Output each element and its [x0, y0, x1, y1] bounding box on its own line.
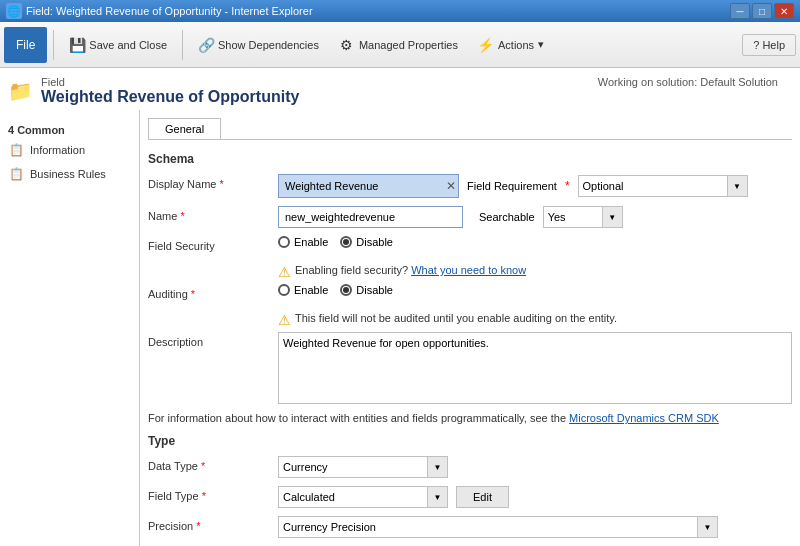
auditing-disable-radio[interactable]: Disable — [340, 284, 393, 296]
display-name-row: Display Name * ✕ Field Requirement * Opt… — [148, 174, 792, 198]
audit-warning-icon: ⚠ — [278, 312, 291, 328]
display-name-clear-btn[interactable]: ✕ — [444, 179, 458, 193]
data-type-dropdown-btn[interactable]: ▼ — [428, 456, 448, 478]
sidebar-item-business-rules[interactable]: 📋 Business Rules — [0, 162, 139, 186]
business-rules-icon: 📋 — [8, 166, 24, 182]
field-type-label: Field Type * — [148, 486, 278, 502]
title-bar: 🌐 Field: Weighted Revenue of Opportunity… — [0, 0, 800, 22]
description-textarea[interactable]: Weighted Revenue for open opportunities. — [278, 332, 792, 404]
audit-warning-text: This field will not be audited until you… — [295, 312, 617, 324]
maximize-btn[interactable]: □ — [752, 3, 772, 19]
edit-button[interactable]: Edit — [456, 486, 509, 508]
field-security-enable-radio[interactable]: Enable — [278, 236, 328, 248]
content-area: General Schema Display Name * ✕ Field Re… — [140, 110, 800, 546]
toolbar: File 💾 Save and Close 🔗 Show Dependencie… — [0, 22, 800, 68]
name-label: Name * — [148, 206, 278, 222]
display-name-input[interactable] — [279, 175, 444, 197]
field-icon: 📁 — [8, 79, 33, 103]
file-button[interactable]: File — [4, 27, 47, 63]
help-button[interactable]: ? Help — [742, 34, 796, 56]
field-type-row: Field Type * Calculated ▼ Edit — [148, 486, 792, 508]
properties-icon: ⚙ — [339, 37, 355, 53]
save-close-button[interactable]: 💾 Save and Close — [60, 28, 176, 62]
sidebar-item-label-business-rules: Business Rules — [30, 168, 106, 180]
data-type-row: Data Type * Currency ▼ — [148, 456, 792, 478]
field-requirement-label: Field Requirement — [467, 180, 557, 192]
name-row: Name * Searchable Yes ▼ — [148, 206, 792, 228]
data-type-select[interactable]: Currency — [278, 456, 428, 478]
close-btn[interactable]: ✕ — [774, 3, 794, 19]
entity-type-label: Field — [41, 76, 299, 88]
working-on-label: Working on solution: Default Solution — [598, 76, 788, 88]
auditing-radio-group: Enable Disable — [278, 284, 393, 296]
sidebar-item-label-information: Information — [30, 144, 85, 156]
sidebar: 4 Common 📋 Information 📋 Business Rules — [0, 110, 140, 546]
searchable-label: Searchable — [479, 211, 535, 223]
precision-dropdown-btn[interactable]: ▼ — [698, 516, 718, 538]
sidebar-item-information[interactable]: 📋 Information — [0, 138, 139, 162]
searchable-dropdown-btn[interactable]: ▼ — [603, 206, 623, 228]
actions-icon: ⚡ — [478, 37, 494, 53]
sdk-link[interactable]: Microsoft Dynamics CRM SDK — [569, 412, 719, 424]
field-requirement-dropdown-btn[interactable]: ▼ — [728, 175, 748, 197]
save-icon: 💾 — [69, 37, 85, 53]
field-requirement-select[interactable]: Optional — [578, 175, 728, 197]
description-label: Description — [148, 332, 278, 348]
name-input[interactable] — [278, 206, 463, 228]
audit-warning: ⚠ This field will not be audited until y… — [278, 308, 792, 332]
page-header: 📁 Field Weighted Revenue of Opportunity … — [0, 68, 800, 110]
actions-button[interactable]: ⚡ Actions ▾ — [469, 28, 553, 62]
schema-section-label: Schema — [148, 152, 792, 166]
warning-link[interactable]: What you need to know — [411, 264, 526, 276]
minimize-btn[interactable]: ─ — [730, 3, 750, 19]
data-type-label: Data Type * — [148, 456, 278, 472]
auditing-row: Auditing * Enable Disable — [148, 284, 792, 300]
field-security-label: Field Security — [148, 236, 278, 252]
precision-row: Precision * Currency Precision ▼ — [148, 516, 792, 538]
entity-name-label: Weighted Revenue of Opportunity — [41, 88, 299, 106]
description-row: Description Weighted Revenue for open op… — [148, 332, 792, 404]
window-title: Field: Weighted Revenue of Opportunity -… — [26, 5, 313, 17]
main-area: 4 Common 📋 Information 📋 Business Rules … — [0, 110, 800, 546]
field-type-dropdown-btn[interactable]: ▼ — [428, 486, 448, 508]
precision-label: Precision * — [148, 516, 278, 532]
field-security-row: Field Security Enable Disable — [148, 236, 792, 252]
show-dependencies-button[interactable]: 🔗 Show Dependencies — [189, 28, 328, 62]
field-security-radio-group: Enable Disable — [278, 236, 393, 248]
field-security-warning: ⚠ Enabling field security? What you need… — [278, 260, 792, 284]
searchable-select[interactable]: Yes — [543, 206, 603, 228]
separator-1 — [53, 30, 54, 60]
dependencies-icon: 🔗 — [198, 37, 214, 53]
ie-icon: 🌐 — [6, 3, 22, 19]
precision-select[interactable]: Currency Precision — [278, 516, 698, 538]
tab-bar: General — [148, 118, 792, 140]
sidebar-section-title: 4 Common — [0, 118, 139, 138]
field-type-select[interactable]: Calculated — [278, 486, 428, 508]
type-section-label: Type — [148, 434, 792, 448]
auditing-label: Auditing * — [148, 284, 278, 300]
auditing-enable-radio[interactable]: Enable — [278, 284, 328, 296]
display-name-label: Display Name * — [148, 174, 278, 190]
separator-2 — [182, 30, 183, 60]
warning-icon: ⚠ — [278, 264, 291, 280]
info-text: For information about how to interact wi… — [148, 412, 792, 424]
managed-properties-button[interactable]: ⚙ Managed Properties — [330, 28, 467, 62]
information-icon: 📋 — [8, 142, 24, 158]
tab-general[interactable]: General — [148, 118, 221, 139]
field-security-disable-radio[interactable]: Disable — [340, 236, 393, 248]
